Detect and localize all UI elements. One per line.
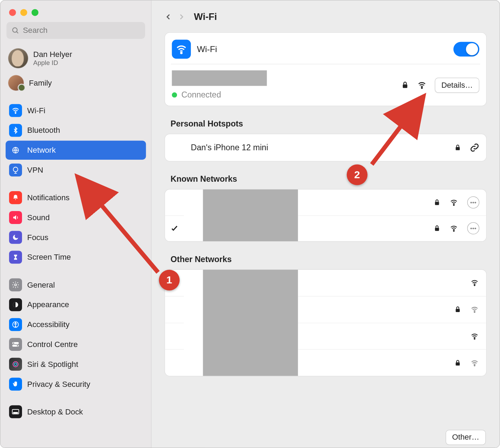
more-options-button[interactable]: •••: [467, 196, 479, 209]
other-network-row[interactable]: [298, 296, 486, 323]
vpn-icon: [9, 164, 22, 176]
section-title-other: Other Networks: [171, 255, 485, 264]
known-networks-list: ••• •••: [165, 189, 487, 242]
minimize-window-button[interactable]: [20, 9, 27, 16]
sidebar-item-label: Accessibility: [27, 320, 70, 329]
other-network-row[interactable]: [298, 270, 486, 296]
svg-rect-21: [435, 202, 439, 205]
dock-icon: [9, 405, 22, 418]
family-row[interactable]: Family: [5, 72, 147, 93]
moon-icon: [9, 231, 22, 244]
sidebar-item-label: Focus: [27, 233, 49, 242]
content-area: Wi-Fi Connected: [151, 27, 499, 448]
hand-icon: [9, 378, 22, 391]
svg-point-5: [15, 284, 17, 286]
wifi-toggle[interactable]: [453, 42, 479, 57]
hotspot-list: Dan's iPhone 12 mini: [165, 134, 487, 161]
other-network-row[interactable]: [298, 323, 486, 349]
sidebar-item-sound[interactable]: Sound: [6, 208, 146, 227]
svg-point-17: [181, 52, 182, 54]
wifi-signal-icon: [449, 198, 458, 206]
sidebar-item-label: Wi-Fi: [27, 106, 45, 115]
lock-icon: [454, 306, 461, 313]
hotspot-link-icon: [470, 143, 479, 152]
wifi-signal-icon: [449, 225, 458, 232]
sound-icon: [9, 211, 22, 224]
more-options-button[interactable]: •••: [467, 222, 479, 234]
network-icon: [9, 144, 22, 157]
svg-point-27: [474, 312, 475, 313]
sidebar-item-screentime[interactable]: Screen Time: [6, 248, 146, 267]
other-network-button[interactable]: Other…: [445, 430, 486, 445]
sidebar: Dan Helyer Apple ID Family Wi-Fi B: [0, 0, 151, 447]
toggles-icon: [9, 338, 22, 351]
svg-point-25: [474, 285, 475, 286]
search-icon: [12, 27, 19, 34]
lock-icon: [454, 359, 461, 367]
svg-point-0: [13, 28, 17, 32]
appearance-icon: [9, 298, 22, 311]
sidebar-item-label: VPN: [27, 166, 43, 175]
sidebar-item-label: General: [27, 280, 55, 289]
svg-point-4: [13, 167, 18, 172]
page-title: Wi-Fi: [194, 11, 217, 22]
forward-button[interactable]: [178, 12, 185, 22]
sidebar-item-appearance[interactable]: Appearance: [6, 295, 146, 314]
svg-point-19: [421, 87, 422, 88]
search-input[interactable]: [23, 26, 140, 35]
back-button[interactable]: [165, 12, 172, 22]
details-button[interactable]: Details…: [435, 78, 479, 93]
sidebar-item-siri[interactable]: Siri & Spotlight: [6, 355, 146, 374]
sidebar-item-vpn[interactable]: VPN: [6, 160, 146, 179]
bluetooth-icon: [9, 124, 22, 137]
wifi-signal-icon: [470, 359, 479, 367]
fullscreen-window-button[interactable]: [31, 9, 38, 16]
sidebar-item-control-centre[interactable]: Control Centre: [6, 335, 146, 354]
sidebar-item-bluetooth[interactable]: Bluetooth: [6, 121, 146, 140]
sidebar-item-privacy[interactable]: Privacy & Security: [6, 375, 146, 393]
wifi-signal-icon: [470, 306, 479, 313]
other-network-names-redacted: [203, 270, 298, 376]
sidebar-item-wifi[interactable]: Wi-Fi: [6, 101, 146, 120]
lock-icon: [434, 198, 441, 206]
svg-point-2: [15, 113, 16, 113]
gear-icon: [9, 279, 22, 291]
sidebar-item-label: Screen Time: [27, 253, 71, 262]
svg-point-8: [15, 323, 16, 324]
svg-rect-26: [456, 309, 460, 312]
svg-rect-20: [456, 147, 460, 150]
family-label: Family: [29, 78, 52, 87]
known-network-row[interactable]: •••: [298, 216, 486, 241]
family-avatar: [8, 75, 23, 91]
wifi-signal-icon: [417, 81, 427, 89]
checkmark-icon: [170, 224, 179, 233]
hotspot-row[interactable]: Dan's iPhone 12 mini: [165, 134, 486, 161]
sidebar-item-network[interactable]: Network: [6, 141, 146, 160]
wifi-status-card: Wi-Fi Connected: [165, 32, 487, 106]
wifi-label: Wi-Fi: [197, 44, 217, 54]
svg-rect-16: [13, 412, 18, 413]
wifi-icon: [9, 104, 22, 117]
sidebar-item-desktop[interactable]: Desktop & Dock: [6, 402, 146, 421]
lock-icon: [454, 144, 461, 151]
sidebar-item-label: Appearance: [27, 300, 69, 309]
sidebar-item-general[interactable]: General: [6, 275, 146, 294]
sidebar-item-label: Control Centre: [27, 340, 78, 349]
known-network-row[interactable]: •••: [298, 189, 486, 216]
close-window-button[interactable]: [9, 9, 16, 16]
other-network-row[interactable]: [298, 350, 486, 376]
sidebar-item-accessibility[interactable]: Accessibility: [6, 315, 146, 334]
connection-status: Connected: [181, 90, 221, 100]
sidebar-item-label: Desktop & Dock: [27, 407, 83, 416]
sidebar-item-focus[interactable]: Focus: [6, 228, 146, 247]
svg-rect-18: [403, 84, 407, 88]
svg-point-11: [13, 342, 14, 344]
search-field[interactable]: [7, 22, 145, 39]
sidebar-item-notifications[interactable]: Notifications: [6, 188, 146, 207]
status-dot-icon: [172, 92, 177, 97]
section-title-hotspots: Personal Hotspots: [171, 119, 485, 129]
hourglass-icon: [9, 251, 22, 264]
wifi-signal-icon: [470, 279, 479, 287]
wifi-icon: [172, 40, 191, 59]
apple-id-row[interactable]: Dan Helyer Apple ID: [5, 46, 147, 71]
